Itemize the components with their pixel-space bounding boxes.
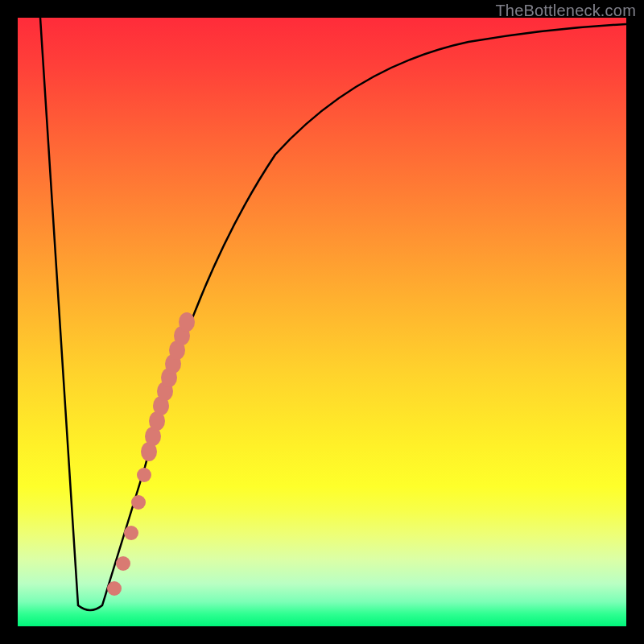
chart-container: TheBottleneck.com	[0, 0, 644, 644]
data-marker	[107, 581, 122, 596]
data-marker	[131, 495, 146, 510]
data-marker	[116, 556, 130, 571]
data-marker	[124, 526, 138, 540]
curve-overlay	[18, 18, 626, 626]
data-marker	[137, 468, 151, 482]
plot-area	[18, 18, 626, 626]
data-marker	[179, 312, 195, 332]
bottleneck-curve	[40, 18, 626, 610]
watermark-label: TheBottleneck.com	[495, 2, 636, 20]
data-markers	[107, 312, 195, 596]
